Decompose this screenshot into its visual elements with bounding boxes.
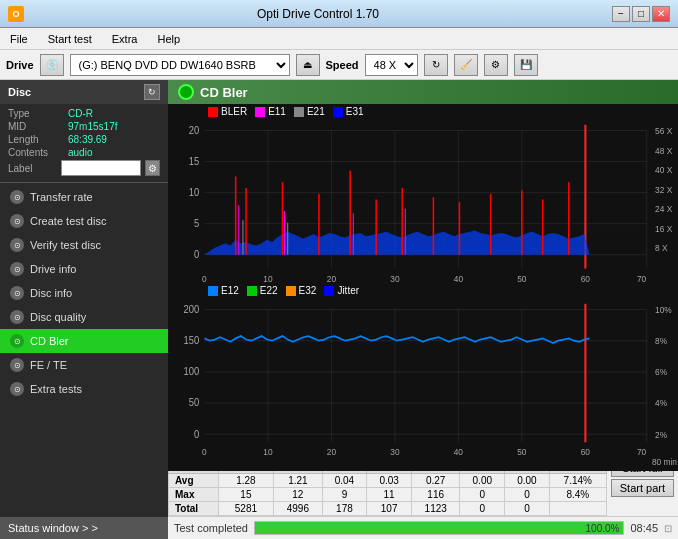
bottom-bar: Test completed 100.0% 08:45 ⊡ — [168, 516, 678, 539]
legend-e32: E32 — [286, 285, 317, 296]
svg-text:32 X: 32 X — [655, 184, 672, 194]
sidebar-item-verify-test-disc[interactable]: ⊙ Verify test disc — [0, 233, 168, 257]
mid-key: MID — [8, 121, 68, 132]
extra-btn1[interactable]: ⚙ — [484, 54, 508, 76]
max-e31: 11 — [367, 488, 412, 502]
chart-bottom-svg: 200 150 100 50 0 10% 8% 6% 4% 2% 0 10 20… — [168, 298, 678, 471]
bler-header: CD Bler — [168, 80, 678, 104]
label-settings-btn[interactable]: ⚙ — [145, 160, 160, 176]
cd-bler-icon: ⊙ — [10, 334, 24, 348]
sidebar-item-fe-te[interactable]: ⊙ FE / TE — [0, 353, 168, 377]
start-part-button[interactable]: Start part — [611, 479, 674, 497]
titlebar: O Opti Drive Control 1.70 − □ ✕ — [0, 0, 678, 28]
svg-text:6%: 6% — [655, 367, 667, 378]
mid-val: 97m15s17f — [68, 121, 117, 132]
refresh-button[interactable]: ↻ — [424, 54, 448, 76]
menu-file[interactable]: File — [4, 31, 34, 47]
svg-text:15: 15 — [189, 156, 200, 168]
avg-e32: 0.00 — [505, 474, 550, 488]
clear-button[interactable]: 🧹 — [454, 54, 478, 76]
type-val: CD-R — [68, 108, 93, 119]
sidebar-item-drive-info[interactable]: ⊙ Drive info — [0, 257, 168, 281]
svg-text:60: 60 — [581, 447, 590, 458]
legend-top: BLER E11 E21 E31 — [168, 104, 678, 119]
label-input[interactable] — [61, 160, 141, 176]
maximize-button[interactable]: □ — [632, 6, 650, 22]
svg-text:70: 70 — [637, 447, 646, 458]
sidebar-label-cd-bler: CD Bler — [30, 335, 69, 347]
status-text: Test completed — [174, 522, 248, 534]
length-key: Length — [8, 134, 68, 145]
minimize-button[interactable]: − — [612, 6, 630, 22]
speed-select[interactable]: 48 X — [365, 54, 418, 76]
sidebar-label-drive-info: Drive info — [30, 263, 76, 275]
max-e12: 116 — [411, 488, 460, 502]
eject-button[interactable]: ⏏ — [296, 54, 320, 76]
menu-start-test[interactable]: Start test — [42, 31, 98, 47]
avg-e12: 0.27 — [411, 474, 460, 488]
svg-text:10: 10 — [189, 187, 200, 199]
total-e31: 107 — [367, 502, 412, 516]
avg-e31: 0.03 — [367, 474, 412, 488]
status-window-button[interactable]: Status window > > — [0, 517, 168, 539]
svg-text:24 X: 24 X — [655, 204, 672, 214]
contents-key: Contents — [8, 147, 68, 158]
sidebar-label-disc-quality: Disc quality — [30, 311, 86, 323]
sidebar-item-cd-bler[interactable]: ⊙ CD Bler — [0, 329, 168, 353]
sidebar-item-disc-info[interactable]: ⊙ Disc info — [0, 281, 168, 305]
max-bler: 15 — [218, 488, 273, 502]
sidebar-item-create-test-disc[interactable]: ⊙ Create test disc — [0, 209, 168, 233]
sidebar-item-transfer-rate[interactable]: ⊙ Transfer rate — [0, 185, 168, 209]
disc-header-title: Disc — [8, 86, 31, 98]
sidebar-divider-1 — [0, 182, 168, 183]
svg-rect-54 — [168, 298, 678, 471]
type-key: Type — [8, 108, 68, 119]
svg-text:40 X: 40 X — [655, 165, 672, 175]
total-e11: 4996 — [274, 502, 323, 516]
drive-select[interactable]: (G:) BENQ DVD DD DW1640 BSRB — [70, 54, 290, 76]
svg-text:16 X: 16 X — [655, 223, 672, 233]
disc-refresh-btn[interactable]: ↻ — [144, 84, 160, 100]
svg-text:20: 20 — [327, 447, 336, 458]
drive-icon-btn[interactable]: 💿 — [40, 54, 64, 76]
avg-label: Avg — [169, 474, 219, 488]
max-e11: 12 — [274, 488, 323, 502]
sidebar-item-disc-quality[interactable]: ⊙ Disc quality — [0, 305, 168, 329]
time-display: 08:45 — [630, 522, 658, 534]
verify-test-disc-icon: ⊙ — [10, 238, 24, 252]
legend-e22: E22 — [247, 285, 278, 296]
menu-help[interactable]: Help — [151, 31, 186, 47]
legend-bottom: E12 E22 E32 Jitter — [168, 283, 678, 298]
close-button[interactable]: ✕ — [652, 6, 670, 22]
create-test-disc-icon: ⊙ — [10, 214, 24, 228]
e12-label: E12 — [221, 285, 239, 296]
legend-jitter: Jitter — [324, 285, 359, 296]
svg-text:2%: 2% — [655, 430, 667, 441]
svg-text:10: 10 — [263, 447, 272, 458]
stats-row-total: Total 5281 4996 178 107 1123 0 0 — [169, 502, 607, 516]
svg-text:4%: 4% — [655, 398, 667, 409]
svg-text:30: 30 — [390, 447, 399, 458]
fe-te-icon: ⊙ — [10, 358, 24, 372]
svg-rect-0 — [168, 119, 678, 297]
progress-bar: 100.0% — [254, 521, 624, 535]
svg-text:0: 0 — [202, 447, 207, 458]
jitter-label: Jitter — [337, 285, 359, 296]
length-val: 68:39.69 — [68, 134, 107, 145]
progress-text: 100.0% — [586, 522, 620, 536]
menu-extra[interactable]: Extra — [106, 31, 144, 47]
e21-color — [294, 107, 304, 117]
svg-text:56 X: 56 X — [655, 126, 672, 136]
sidebar-item-extra-tests[interactable]: ⊙ Extra tests — [0, 377, 168, 401]
svg-text:80 min: 80 min — [652, 457, 677, 468]
total-label: Total — [169, 502, 219, 516]
avg-jitter: 7.14% — [549, 474, 606, 488]
e32-color — [286, 286, 296, 296]
svg-text:150: 150 — [184, 335, 200, 347]
avg-bler: 1.28 — [218, 474, 273, 488]
save-button[interactable]: 💾 — [514, 54, 538, 76]
svg-text:50: 50 — [517, 447, 526, 458]
chart-top: BLER E11 E21 E31 — [168, 104, 678, 283]
sidebar-label-create-test-disc: Create test disc — [30, 215, 106, 227]
status-window-label: Status window > > — [8, 522, 98, 534]
